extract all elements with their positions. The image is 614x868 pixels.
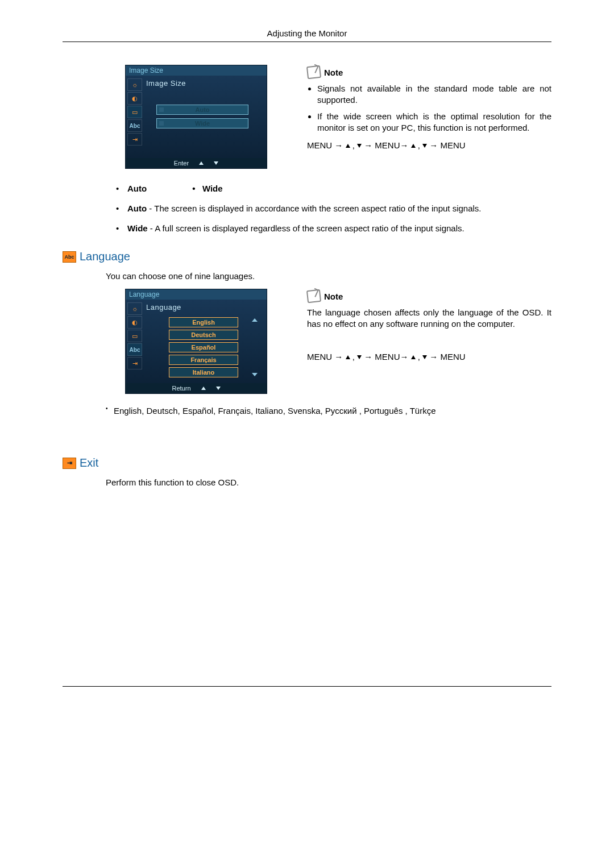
image-size-options-list: Auto • Wide Auto - The screen is display…	[113, 182, 551, 234]
image-size-row: Image Size ☼ ◐ ▭ Abc ⇥ Image Size Auto W…	[125, 65, 551, 169]
language-row: Language ☼ ◐ ▭ Abc ⇥ Language English De…	[125, 289, 551, 394]
osd-footer-label: Enter	[174, 160, 189, 167]
auto-description: Auto - The screen is displayed in accord…	[113, 202, 551, 214]
osd-option-wide[interactable]: Wide	[156, 118, 248, 128]
language-note-text: The language chosen affects only the lan…	[307, 307, 551, 330]
osd-option-auto[interactable]: Auto	[156, 105, 248, 115]
exit-heading: ⇥ Exit	[63, 456, 551, 470]
size-icon: ▭	[127, 330, 142, 342]
osd-lang-italiano[interactable]: Italiano	[169, 367, 238, 377]
up-arrow-icon	[201, 387, 206, 390]
osd-footer: Enter	[126, 158, 267, 168]
page-header: Adjusting the Monitor	[63, 28, 551, 42]
language-intro: You can choose one of nine languages.	[106, 271, 551, 281]
osd-subtitle: Image Size	[146, 79, 261, 88]
language-note: Note The language chosen affects only th…	[307, 289, 551, 363]
osd-icon-column: ☼ ◐ ▭ Abc ⇥	[126, 76, 144, 158]
osd-lang-deutsch[interactable]: Deutsch	[169, 330, 238, 340]
down-arrow-icon	[214, 161, 218, 165]
up-arrow-icon	[199, 161, 204, 165]
exit-section-icon: ⇥	[63, 458, 76, 469]
color-icon: ◐	[127, 92, 142, 105]
exit-icon: ⇥	[127, 133, 142, 146]
inline-options: Auto • Wide	[113, 182, 551, 194]
osd-lang-francais[interactable]: Français	[169, 355, 238, 365]
exit-text: Perform this function to close OSD.	[106, 477, 551, 487]
language-heading: Abc Language	[63, 250, 551, 263]
abc-icon: Abc	[127, 119, 142, 132]
language-section-icon: Abc	[63, 251, 76, 263]
note-icon	[306, 65, 321, 79]
osd-footer-label: Return	[172, 385, 190, 392]
all-languages-list: English, Deutsch, Español, Français, Ita…	[106, 404, 551, 418]
exit-icon: ⇥	[127, 357, 142, 369]
page-footer-line	[63, 686, 551, 687]
brightness-icon: ☼	[127, 78, 142, 91]
osd-title: Language	[126, 289, 267, 300]
osd-icon-column: ☼ ◐ ▭ Abc ⇥	[126, 300, 144, 383]
osd-language: Language ☼ ◐ ▭ Abc ⇥ Language English De…	[125, 289, 267, 394]
image-size-note: Note Signals not available in the standa…	[307, 65, 551, 152]
note-item-1: Signals not available in the standard mo…	[317, 83, 551, 106]
scroll-up-icon[interactable]	[252, 318, 258, 322]
note-item-2: If the wide screen which is the optimal …	[317, 111, 551, 134]
page-title: Adjusting the Monitor	[267, 28, 347, 38]
size-icon: ▭	[127, 106, 142, 118]
down-arrow-icon	[216, 387, 221, 390]
osd-subtitle: Language	[146, 303, 261, 312]
note-label: Note	[324, 292, 343, 301]
osd-lang-english[interactable]: English	[169, 317, 238, 327]
nav-sequence: MENU → , → MENU→ , → MENU	[307, 351, 551, 364]
osd-title: Image Size	[126, 65, 267, 76]
osd-lang-espanol[interactable]: Español	[169, 342, 238, 352]
wide-description: Wide - A full screen is displayed regard…	[113, 222, 551, 234]
scroll-down-icon[interactable]	[252, 373, 258, 376]
osd-image-size: Image Size ☼ ◐ ▭ Abc ⇥ Image Size Auto W…	[125, 65, 267, 169]
color-icon: ◐	[127, 316, 142, 329]
osd-footer: Return	[126, 383, 267, 393]
nav-sequence: MENU → , → MENU→ , → MENU	[307, 139, 551, 152]
note-label: Note	[324, 68, 343, 77]
abc-icon: Abc	[127, 343, 142, 356]
note-icon	[306, 289, 321, 303]
brightness-icon: ☼	[127, 302, 142, 315]
